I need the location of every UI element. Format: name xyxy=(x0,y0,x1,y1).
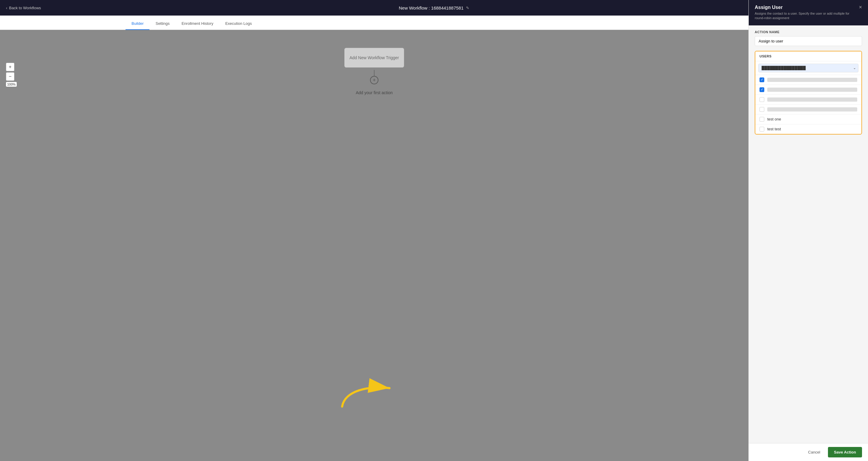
zoom-in-button[interactable]: + xyxy=(6,63,14,71)
tab-builder[interactable]: Builder xyxy=(126,18,150,30)
back-arrow-icon: ‹ xyxy=(6,6,7,10)
zoom-level: 100% xyxy=(6,82,17,87)
user-name-3 xyxy=(767,97,857,102)
workflow-trigger-box[interactable]: Add New Workflow Trigger xyxy=(344,48,404,67)
workflow-title: New Workflow : 1688441887581 ✎ xyxy=(399,5,469,10)
users-search-input[interactable] xyxy=(758,64,859,72)
users-search-container: ⌄ xyxy=(755,61,861,75)
top-navbar: ‹ Back to Workflows New Workflow : 16884… xyxy=(0,0,868,16)
user-checkbox-1[interactable] xyxy=(760,78,764,82)
user-checkbox-2[interactable] xyxy=(760,87,764,92)
users-section: USERS ⌄ xyxy=(755,51,862,134)
tabs-bar: Builder Settings Enrollment History Exec… xyxy=(0,16,868,30)
panel-body: ACTION NAME USERS ⌄ xyxy=(749,25,868,461)
cancel-button[interactable]: Cancel xyxy=(803,448,825,457)
close-button[interactable]: × xyxy=(859,4,862,10)
back-label: Back to Workflows xyxy=(9,6,41,10)
list-item[interactable] xyxy=(755,75,861,85)
save-action-button[interactable]: Save Action xyxy=(828,447,862,457)
panel-header-content: Assign User Assigns the contact to a use… xyxy=(755,5,850,21)
workflow-name: New Workflow : 1688441887581 xyxy=(399,5,464,10)
list-item[interactable]: test test xyxy=(755,124,861,134)
trigger-label: Add New Workflow Trigger xyxy=(349,55,399,60)
workflow-canvas: + − 100% Add New Workflow Trigger + Add … xyxy=(0,30,748,461)
panel-title: Assign User xyxy=(755,5,850,10)
list-item[interactable]: test one xyxy=(755,115,861,124)
right-panel: Assign User Assigns the contact to a use… xyxy=(748,0,868,461)
users-section-header: USERS xyxy=(755,52,861,61)
zoom-out-button[interactable]: − xyxy=(6,72,14,81)
list-item[interactable] xyxy=(755,85,861,95)
tab-settings[interactable]: Settings xyxy=(150,18,176,30)
user-name-6: test test xyxy=(767,127,857,131)
connector-line xyxy=(374,70,374,76)
dropdown-icon: ⌄ xyxy=(853,66,856,70)
first-action-label: Add your first action xyxy=(356,90,393,95)
panel-subtitle: Assigns the contact to a user. Specify t… xyxy=(755,11,850,21)
user-checkbox-5[interactable] xyxy=(760,117,764,122)
user-name-1 xyxy=(767,78,857,82)
user-checkbox-6[interactable] xyxy=(760,127,764,131)
user-checkbox-3[interactable] xyxy=(760,97,764,102)
add-action-connector: + xyxy=(370,70,378,84)
user-name-5: test one xyxy=(767,117,857,121)
edit-icon[interactable]: ✎ xyxy=(466,6,469,10)
back-button[interactable]: ‹ Back to Workflows xyxy=(6,6,41,10)
arrow-annotation xyxy=(337,368,403,413)
action-name-input[interactable] xyxy=(755,36,862,46)
tab-execution-logs[interactable]: Execution Logs xyxy=(219,18,258,30)
user-checkbox-4[interactable] xyxy=(760,107,764,112)
panel-footer: Cancel Save Action xyxy=(749,443,868,461)
user-name-4 xyxy=(767,107,857,112)
list-item[interactable] xyxy=(755,105,861,115)
panel-header: Assign User Assigns the contact to a use… xyxy=(749,0,868,25)
user-name-2 xyxy=(767,88,857,92)
tab-enrollment-history[interactable]: Enrollment History xyxy=(176,18,219,30)
zoom-controls: + − 100% xyxy=(6,63,17,87)
add-action-button[interactable]: + xyxy=(370,76,378,84)
list-item[interactable] xyxy=(755,95,861,105)
action-name-label: ACTION NAME xyxy=(755,30,862,34)
